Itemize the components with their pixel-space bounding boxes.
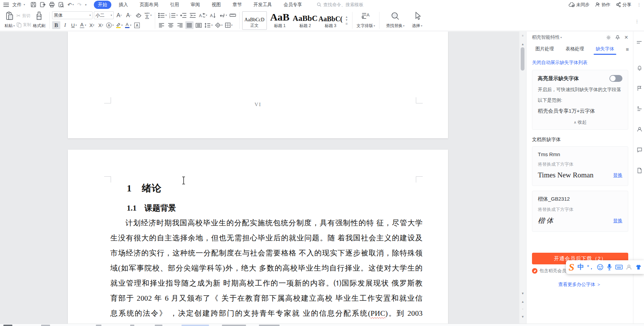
tab-references[interactable]: 引用 [166,1,183,9]
close-auto-display-link[interactable]: 关闭自动展示缺失字体列表 [532,60,587,65]
next-page-icon[interactable]: ▼ [519,315,526,318]
highlight-toggle[interactable] [609,75,622,82]
tab-table-processing[interactable]: 表格处理 [566,46,584,55]
customize-qat-icon[interactable]: ▾ [85,3,87,7]
steps-icon[interactable] [637,106,642,112]
align-right-button[interactable] [176,21,184,29]
scroll-up-icon[interactable]: ▲ [519,42,526,46]
style-scroll-down-icon[interactable]: ▼ [345,18,348,22]
cut-button[interactable]: ✂ 剪切 [16,12,31,20]
decrease-font-button[interactable]: A− [125,11,133,19]
show-marks-button[interactable]: ▾ [218,11,228,19]
borders-button[interactable]: ▾ [224,21,233,29]
select-button[interactable]: 选择▾ [409,11,426,30]
tab-member[interactable]: 会员专享 [280,1,306,9]
browse-object-icon[interactable]: ▫ [519,308,526,311]
style-heading2[interactable]: AaBbC 标题 2 [293,11,318,30]
italic-button[interactable]: I [61,21,69,29]
ime-skin-icon[interactable] [635,264,642,270]
save-button[interactable] [30,2,36,8]
copy-button[interactable]: 复制 [16,21,31,29]
tab-missing-fonts[interactable]: 缺失字体 [596,46,614,55]
more-options-icon[interactable]: ⋮ [637,2,641,7]
clear-format-button[interactable] [134,11,143,19]
shading-button[interactable]: ▾ [214,21,223,29]
pin-icon[interactable] [615,35,620,40]
close-panel-icon[interactable]: ✕ [624,35,628,40]
scroll-down-icon[interactable]: ▼ [519,292,526,295]
tab-image-processing[interactable]: 图片处理 [535,46,554,55]
ruler-button[interactable] [229,11,237,19]
chat-bubble-icon[interactable] [637,147,642,153]
font-name-select[interactable]: 黑体▾ [52,11,92,19]
paste-button[interactable]: 粘贴▾ [3,11,16,30]
align-center-button[interactable] [167,21,175,29]
pinyin-guide-button[interactable]: wén 文 ▾ [144,11,152,19]
line-spacing-button[interactable]: ▾ [204,21,213,29]
ime-mic-icon[interactable] [607,264,612,271]
previous-page-icon[interactable]: ▲ [519,300,526,303]
print-button[interactable] [49,2,55,8]
document-page-1[interactable]: VI [68,32,448,138]
text-direction-button[interactable]: A▾ [198,11,208,19]
increase-font-button[interactable]: A+ [115,11,123,19]
format-painter-button[interactable]: 格式刷 [31,11,47,30]
numbered-list-button[interactable]: 123▾ [169,11,178,19]
flag-icon[interactable] [637,86,642,91]
increase-indent-button[interactable] [189,11,197,19]
collapse-strip-icon[interactable] [637,41,642,44]
tab-insert[interactable]: 插入 [115,1,132,9]
collaborate-button[interactable]: 协作 [595,2,610,8]
ime-emoji-icon[interactable] [597,264,604,271]
panel-title[interactable]: 稻壳智能特性 [532,34,560,40]
app-menu-icon[interactable] [3,3,9,7]
tab-home[interactable]: 开始 [94,1,111,9]
sync-status[interactable]: 未同步 [569,2,590,8]
character-border-button[interactable]: A [133,21,141,29]
font-size-select[interactable]: 小二▾ [94,11,114,19]
share-button[interactable]: 分享 [616,2,631,8]
replace-link[interactable]: 替换 [613,218,622,224]
highlight-color-button[interactable]: ▾ [115,21,123,29]
tab-view[interactable]: 视图 [208,1,225,9]
ribbon-more-icon[interactable]: ⋮ [635,19,639,24]
tab-dev-tools[interactable]: 开发工具 [249,1,276,9]
redo-button[interactable]: ↷ [77,2,82,8]
bullet-list-button[interactable]: ▾ [158,11,168,19]
print-preview-button[interactable] [58,2,64,8]
tab-list-icon[interactable]: ≡ [626,46,629,52]
tab-page-layout[interactable]: 页面布局 [136,1,162,9]
ime-lang-toggle[interactable]: 中 [578,263,584,272]
output-button[interactable] [40,2,46,8]
font-color-button[interactable]: A▾ [124,21,132,29]
split-view-handle[interactable]: ≡ [519,34,526,37]
char-style-button[interactable]: A▾ [79,21,87,29]
bold-button[interactable]: B [52,21,60,29]
undo-button[interactable]: ↶▾ [67,2,74,8]
file-menu[interactable]: 文件 ▾ [10,2,27,8]
sort-button[interactable]: A [209,11,217,19]
tab-section[interactable]: 章节 [228,1,246,9]
style-heading3[interactable]: AaBbC( 标题 3 [318,11,343,30]
superscript-button[interactable]: X2 [88,21,96,29]
ime-logo[interactable]: S [569,262,574,272]
underline-button[interactable]: U▾ [70,21,78,29]
find-replace-button[interactable]: 查找替换▾ [382,11,409,30]
panel-title-chevron-icon[interactable]: ▾ [560,36,562,39]
document-canvas[interactable]: VI 1 绪论 1.1 课题背景 计划经济时期我国高校毕业生的分配实施统包统分制… [0,32,519,324]
style-heading1[interactable]: AaB 标题 1 [268,11,292,30]
align-left-button[interactable] [158,21,166,29]
style-gallery-more-icon[interactable]: ≡ [346,22,348,26]
justify-button[interactable] [185,21,194,29]
style-scroll-up-icon[interactable]: ▲ [345,15,348,18]
bell-icon[interactable] [637,65,642,71]
circle-char-button[interactable]: A▾ [106,21,114,29]
profile-icon[interactable] [637,127,642,132]
ime-keyboard-icon[interactable] [615,264,623,270]
style-normal[interactable]: AaBbCcD 正文 [242,11,267,30]
scrollbar-thumb[interactable] [521,47,524,71]
document-icon[interactable] [637,168,642,173]
command-search[interactable]: 查找命令、搜索模板 [317,2,363,8]
distribute-button[interactable] [195,21,203,29]
tab-review[interactable]: 审阅 [187,1,204,9]
